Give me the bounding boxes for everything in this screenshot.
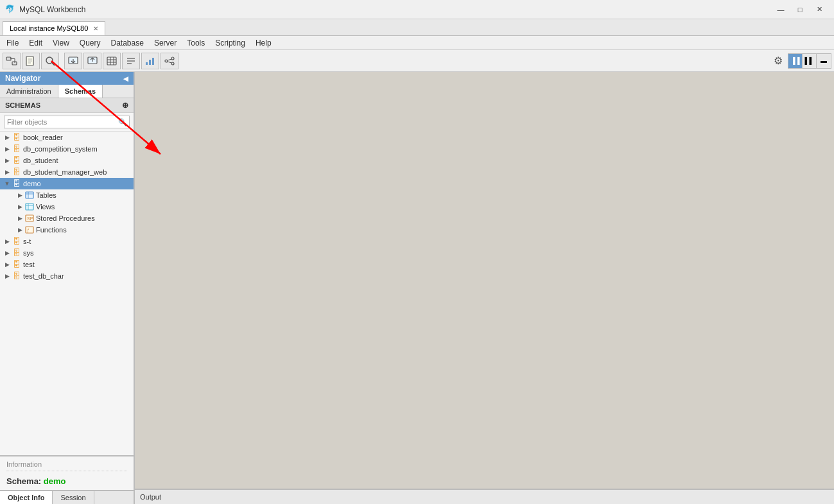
svg-rect-30 bbox=[26, 192, 33, 198]
bottom-tab-object-info[interactable]: Object Info bbox=[0, 491, 53, 504]
content-main bbox=[135, 72, 834, 489]
menu-bar: File Edit View Query Database Server Too… bbox=[0, 36, 834, 50]
schema-value: demo bbox=[44, 476, 66, 486]
navigator-title: Navigator bbox=[5, 74, 40, 83]
procedures-label: Stored Procedures bbox=[36, 214, 95, 222]
database-icon: 🗄 bbox=[12, 179, 22, 188]
schema-label: test bbox=[23, 261, 35, 268]
svg-line-29 bbox=[168, 62, 171, 63]
views-icon bbox=[24, 203, 35, 211]
navigator-collapse-icon[interactable]: ◀ bbox=[123, 75, 128, 82]
gear-icon[interactable]: ⚙ bbox=[771, 54, 785, 68]
export-button[interactable] bbox=[83, 53, 101, 69]
schema-label: book_reader bbox=[23, 134, 63, 141]
schema-item-sys[interactable]: ▶ 🗄 sys bbox=[0, 247, 134, 259]
database-icon: 🗄 bbox=[12, 133, 22, 142]
schema-item-test-db-char[interactable]: ▶ 🗄 test_db_char bbox=[0, 270, 134, 282]
schema-item-db-student-manager[interactable]: ▶ 🗄 db_student_manager_web bbox=[0, 166, 134, 178]
tree-item-stored-procedures[interactable]: ▶ SP Stored Procedures bbox=[0, 213, 134, 224]
schema-key-label: Schema: bbox=[6, 476, 41, 486]
minimize-button[interactable]: — bbox=[771, 3, 790, 16]
schema-item-book-reader[interactable]: ▶ 🗄 book_reader bbox=[0, 132, 134, 143]
title-bar-left: 🐬 MySQL Workbench bbox=[5, 4, 85, 15]
schema-label: db_student bbox=[23, 157, 58, 164]
maximize-button[interactable]: □ bbox=[790, 3, 810, 16]
views-label: Views bbox=[36, 203, 55, 211]
menu-query[interactable]: Query bbox=[74, 36, 106, 49]
layout-btn-1[interactable]: ▐▐ bbox=[788, 54, 803, 68]
menu-file[interactable]: File bbox=[1, 36, 24, 49]
info-schema: Schema: demo bbox=[6, 476, 127, 486]
menu-view[interactable]: View bbox=[48, 36, 74, 49]
svg-text:SP: SP bbox=[27, 216, 33, 221]
schema-label: db_competition_system bbox=[23, 145, 98, 153]
svg-rect-24 bbox=[152, 58, 154, 65]
schema-label: s-t bbox=[23, 238, 31, 245]
menu-database[interactable]: Database bbox=[106, 36, 149, 49]
bottom-tab-bar: Object Info Session bbox=[0, 490, 134, 504]
tree-item-tables[interactable]: ▶ Tables bbox=[0, 189, 134, 201]
expand-icon: ▶ bbox=[3, 273, 12, 279]
import-button[interactable] bbox=[64, 53, 82, 69]
tab-close-icon[interactable]: ✕ bbox=[93, 25, 98, 32]
expand-icon: ▼ bbox=[3, 180, 12, 187]
svg-rect-23 bbox=[149, 60, 151, 65]
expand-icon: ▶ bbox=[3, 146, 12, 152]
schema-item-test[interactable]: ▶ 🗄 test bbox=[0, 259, 134, 270]
expand-icon: ▶ bbox=[3, 238, 12, 245]
nav-panel-wrapper: Administration Schemas SCHEMAS ⊕ 🔍 bbox=[0, 85, 134, 504]
nav-bottom-panel: Information Schema: demo bbox=[0, 455, 134, 490]
close-button[interactable]: ✕ bbox=[810, 3, 829, 16]
menu-help[interactable]: Help bbox=[250, 36, 277, 49]
schemas-icon: ⊕ bbox=[122, 101, 128, 110]
tree-item-views[interactable]: ▶ Views bbox=[0, 201, 134, 213]
info-label: Information bbox=[6, 460, 127, 471]
execution-plan-button[interactable] bbox=[161, 53, 178, 69]
nav-tab-administration[interactable]: Administration bbox=[0, 85, 58, 98]
svg-rect-0 bbox=[6, 57, 11, 60]
tree-item-functions[interactable]: ▶ ƒ Functions bbox=[0, 224, 134, 236]
expand-icon: ▶ bbox=[3, 157, 12, 164]
result-grid-button[interactable] bbox=[103, 53, 121, 69]
inspect-button[interactable] bbox=[41, 53, 59, 69]
query-stats-button[interactable] bbox=[141, 53, 159, 69]
expand-icon: ▶ bbox=[15, 192, 24, 198]
tab-label: Local instance MySQL80 bbox=[10, 24, 88, 32]
expand-icon: ▶ bbox=[15, 204, 24, 210]
title-bar-title: MySQL Workbench bbox=[19, 5, 85, 14]
title-bar: 🐬 MySQL Workbench — □ ✕ bbox=[0, 0, 834, 19]
menu-tools[interactable]: Tools bbox=[182, 36, 210, 49]
layout-btn-2[interactable]: ▌▌ bbox=[803, 54, 817, 68]
toolbar: ⚙ ▐▐ ▌▌ ▬ bbox=[0, 50, 834, 72]
menu-server[interactable]: Server bbox=[149, 36, 182, 49]
schema-item-s-t[interactable]: ▶ 🗄 s-t bbox=[0, 236, 134, 247]
database-icon: 🗄 bbox=[12, 144, 22, 153]
bottom-tab-session[interactable]: Session bbox=[53, 491, 94, 504]
nav-tab-schemas[interactable]: Schemas bbox=[58, 85, 103, 98]
functions-icon: ƒ bbox=[24, 226, 35, 234]
filter-search-icon: 🔍 bbox=[118, 118, 127, 126]
sql-additions-button[interactable] bbox=[122, 53, 140, 69]
layout-buttons: ▐▐ ▌▌ ▬ bbox=[788, 53, 831, 69]
menu-edit[interactable]: Edit bbox=[24, 36, 48, 49]
open-sql-button[interactable] bbox=[22, 53, 40, 69]
tab-local-instance[interactable]: Local instance MySQL80 ✕ bbox=[3, 21, 105, 35]
schema-item-db-student[interactable]: ▶ 🗄 db_student bbox=[0, 155, 134, 166]
svg-point-25 bbox=[165, 60, 168, 62]
filter-input[interactable] bbox=[4, 116, 130, 128]
svg-point-26 bbox=[171, 57, 174, 60]
database-icon: 🗄 bbox=[12, 248, 22, 257]
schema-label: demo bbox=[23, 180, 41, 187]
new-connection-button[interactable] bbox=[3, 53, 21, 69]
schemas-label: SCHEMAS bbox=[5, 101, 40, 109]
layout-btn-3[interactable]: ▬ bbox=[817, 54, 831, 68]
schema-item-demo[interactable]: ▼ 🗄 demo bbox=[0, 178, 134, 189]
schema-item-db-competition[interactable]: ▶ 🗄 db_competition_system bbox=[0, 143, 134, 155]
svg-line-9 bbox=[52, 63, 55, 65]
expand-icon: ▶ bbox=[3, 134, 12, 141]
expand-icon: ▶ bbox=[3, 169, 12, 175]
svg-point-27 bbox=[171, 62, 174, 65]
expand-icon: ▶ bbox=[3, 250, 12, 256]
menu-scripting[interactable]: Scripting bbox=[210, 36, 250, 49]
schema-label: sys bbox=[23, 249, 34, 257]
